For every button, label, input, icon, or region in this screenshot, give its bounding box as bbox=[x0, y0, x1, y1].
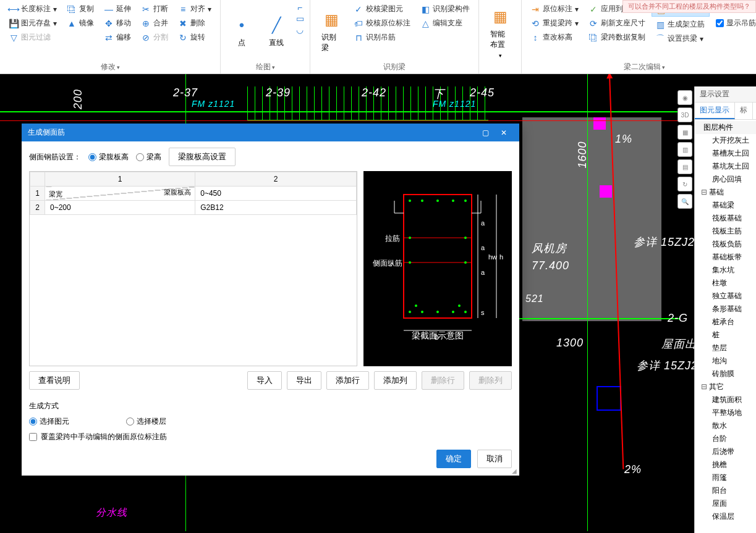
cancel-button[interactable]: 取消 bbox=[477, 450, 512, 468]
line-button[interactable]: ╱直线 bbox=[260, 2, 292, 61]
tree-item[interactable]: 桩承台 bbox=[695, 316, 756, 329]
tree-item[interactable]: 建筑面积 bbox=[695, 393, 756, 406]
tree-item[interactable]: 筏板主筋 bbox=[695, 225, 756, 238]
tab-element-display[interactable]: 图元显示 bbox=[695, 103, 735, 119]
identify-hanger-button[interactable]: ⊓识别吊筋 bbox=[350, 31, 414, 44]
show-hanger-button[interactable]: 显示吊筋 bbox=[712, 17, 756, 30]
offset-button[interactable]: ⇄偏移 bbox=[100, 31, 135, 44]
dialog-close-button[interactable]: ✕ bbox=[495, 128, 513, 137]
view-rotate-button[interactable]: ↻ bbox=[677, 177, 692, 191]
tree-item[interactable]: 独立基础 bbox=[695, 290, 756, 303]
insitu-dim-button[interactable]: ⇥原位标注 ▾ bbox=[527, 2, 582, 15]
check-elev-button[interactable]: ↕查改标高 bbox=[527, 31, 582, 44]
layer-tree[interactable]: 图层构件 大开挖灰土 基槽灰土回 基坑灰土回 房心回填 基础 基础梁 筏板基础 … bbox=[695, 120, 756, 533]
filter-elem-button[interactable]: ▽图元过滤 bbox=[5, 31, 61, 44]
view-notes-button[interactable]: 查看说明 bbox=[29, 371, 80, 390]
dialog-max-button[interactable]: ▢ bbox=[476, 128, 495, 137]
tree-group-foundation[interactable]: 基础 bbox=[695, 186, 756, 199]
tree-item[interactable]: 阳台 bbox=[695, 484, 756, 497]
tree-item[interactable]: 垫层 bbox=[695, 342, 756, 355]
view-side-button[interactable]: ▤ bbox=[677, 159, 692, 174]
tree-item[interactable]: 地沟 bbox=[695, 355, 756, 367]
tree-item[interactable]: 保温层 bbox=[695, 510, 756, 523]
rotate-button[interactable]: ↻旋转 bbox=[174, 31, 215, 44]
relift-span-button[interactable]: ⟲重提梁跨 ▾ bbox=[527, 17, 582, 30]
tree-item[interactable]: 砖胎膜 bbox=[695, 367, 756, 380]
dim-label: 1600 bbox=[576, 141, 589, 168]
copy-button[interactable]: ⿻复制 bbox=[63, 2, 98, 15]
tree-item[interactable]: 集水坑 bbox=[695, 264, 756, 277]
overwrite-checkbox[interactable]: 覆盖梁跨中手动编辑的侧面原位标注筋 bbox=[29, 432, 512, 442]
tree-item[interactable]: 台阶 bbox=[695, 432, 756, 445]
check-beam-elem-button[interactable]: ✓校核梁图元 bbox=[350, 2, 414, 15]
extend-button[interactable]: —延伸 bbox=[100, 2, 135, 15]
tree-item[interactable]: 散水 bbox=[695, 419, 756, 432]
add-col-button[interactable]: 添加列 bbox=[374, 371, 417, 390]
delete-button[interactable]: ✖删除 bbox=[174, 17, 215, 30]
set-arch-beam-button[interactable]: ⌒设置拱梁 ▾ bbox=[652, 32, 710, 45]
mirror-button[interactable]: ▲镜像 bbox=[63, 17, 98, 30]
edit-support-button[interactable]: △编辑支座 bbox=[417, 17, 474, 30]
copy-span-data-button[interactable]: ⿻梁跨数据复制 bbox=[585, 31, 649, 44]
tree-item[interactable]: 后浇带 bbox=[695, 445, 756, 458]
move-button[interactable]: ✥移动 bbox=[100, 17, 135, 30]
show-hanger-checkbox[interactable] bbox=[716, 19, 724, 27]
del-row-button[interactable]: 删除行 bbox=[422, 371, 464, 390]
rect-icon[interactable]: ▭ bbox=[295, 14, 305, 23]
break-button[interactable]: ✂打断 bbox=[137, 2, 172, 15]
dialog-titlebar[interactable]: 生成侧面筋 ▢ ✕ bbox=[22, 124, 519, 141]
tree-item[interactable]: 屋面 bbox=[695, 497, 756, 510]
save-elem-button[interactable]: 💾图元存盘 ▾ bbox=[5, 17, 61, 30]
tree-item[interactable]: 房心回填 bbox=[695, 173, 756, 186]
tree-item[interactable]: 大开挖灰土 bbox=[695, 134, 756, 147]
ok-button[interactable]: 确定 bbox=[436, 450, 471, 468]
identify-member-button[interactable]: ◧识别梁构件 bbox=[417, 2, 474, 15]
tree-item[interactable]: 柱墩 bbox=[695, 277, 756, 290]
web-height-setting-button[interactable]: 梁腹板高设置 bbox=[169, 148, 236, 166]
merge-button[interactable]: ⊕合并 bbox=[137, 17, 172, 30]
smart-layout-button[interactable]: ▦智能布置▾ bbox=[484, 2, 516, 62]
tree-item[interactable]: 筏板负筋 bbox=[695, 238, 756, 251]
del-col-button[interactable]: 删除列 bbox=[469, 371, 512, 390]
refresh-support-button[interactable]: ⟳刷新支座尺寸 bbox=[585, 17, 649, 30]
tree-item[interactable]: 平整场地 bbox=[695, 406, 756, 419]
radio-beam-height[interactable]: 梁高 bbox=[136, 152, 161, 162]
tree-item[interactable]: 筏板基础 bbox=[695, 212, 756, 225]
radio-web-height[interactable]: 梁腹板高 bbox=[88, 152, 129, 162]
hint-bar[interactable]: 可以合并不同工程的楼层及构件类型吗？ bbox=[622, 0, 756, 13]
tree-item[interactable]: 桩 bbox=[695, 329, 756, 342]
check-insitu-button[interactable]: 🏷校核原位标注 bbox=[350, 17, 414, 30]
tree-item[interactable]: 基础梁 bbox=[695, 199, 756, 212]
view-3d-button[interactable]: 3D bbox=[677, 107, 692, 122]
view-globe-button[interactable]: ◉ bbox=[677, 90, 692, 105]
tree-item[interactable]: 基础板带 bbox=[695, 251, 756, 264]
tree-item[interactable]: 挑檐 bbox=[695, 458, 756, 471]
cell-1-2[interactable]: 0~450 bbox=[195, 187, 357, 201]
tree-item[interactable]: 条形基础 bbox=[695, 303, 756, 316]
tab-label[interactable]: 标 bbox=[735, 103, 753, 119]
import-button[interactable]: 导入 bbox=[247, 371, 282, 390]
radio-select-floor[interactable]: 选择楼层 bbox=[126, 416, 166, 427]
tree-item[interactable]: 雨篷 bbox=[695, 471, 756, 484]
tree-item[interactable]: 基坑灰土回 bbox=[695, 160, 756, 173]
add-row-button[interactable]: 添加行 bbox=[326, 371, 369, 390]
cell-2-1[interactable]: 0~200 bbox=[45, 201, 195, 215]
view-zoom-button[interactable]: 🔍 bbox=[677, 194, 692, 209]
length-dim-button[interactable]: ⟷长度标注 ▾ bbox=[5, 2, 61, 15]
tree-item[interactable]: 基槽灰土回 bbox=[695, 147, 756, 160]
split-button[interactable]: ⊘分割 bbox=[137, 31, 172, 44]
radio-select-elem[interactable]: 选择图元 bbox=[29, 416, 69, 427]
gen-erect-rebar-button[interactable]: ▥生成架立筋 bbox=[652, 18, 710, 31]
view-top-button[interactable]: ▦ bbox=[677, 125, 692, 140]
point-button[interactable]: •点 bbox=[226, 2, 258, 61]
align-button[interactable]: ≡对齐 ▾ bbox=[174, 2, 215, 15]
rebar-table[interactable]: 1 2 1 梁腹板高梁宽 0~450 2 0~200 G2B12 bbox=[29, 171, 357, 366]
polyline-icon[interactable]: ⌐ bbox=[295, 2, 305, 12]
view-front-button[interactable]: ▥ bbox=[677, 142, 692, 157]
export-button[interactable]: 导出 bbox=[287, 371, 321, 390]
cell-2-2[interactable]: G2B12 bbox=[195, 201, 357, 215]
arc-icon[interactable]: ◡ bbox=[295, 25, 305, 35]
resize-grip[interactable]: ◢ bbox=[512, 469, 517, 473]
identify-beam-button[interactable]: ▦识别梁 bbox=[315, 2, 347, 61]
tree-group-other[interactable]: 其它 bbox=[695, 380, 756, 393]
